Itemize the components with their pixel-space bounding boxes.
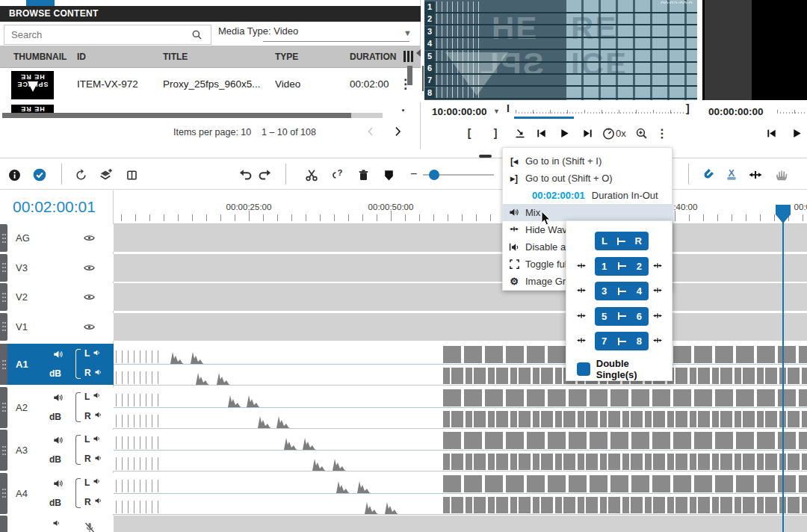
slider-knob[interactable] bbox=[429, 170, 439, 180]
divider-handle[interactable] bbox=[479, 155, 492, 158]
prev-frame-button[interactable] bbox=[762, 124, 780, 142]
channel-l-speaker[interactable]: L bbox=[84, 348, 102, 359]
mute-speaker-icon[interactable] bbox=[52, 393, 64, 403]
playhead-line[interactable] bbox=[782, 211, 784, 532]
layers-plus-button[interactable] bbox=[96, 165, 115, 185]
media-type-value[interactable]: Video bbox=[273, 25, 298, 37]
double-singles-option[interactable]: Double Single(s) bbox=[577, 358, 672, 380]
mix-pair-button[interactable]: 78 bbox=[595, 332, 649, 350]
track-drag-handle[interactable] bbox=[0, 313, 7, 341]
info-button[interactable] bbox=[4, 165, 24, 185]
column-header[interactable]: TYPE bbox=[275, 52, 298, 62]
mix-pair-button[interactable]: LR bbox=[595, 232, 649, 250]
zoom-in-button[interactable] bbox=[632, 124, 650, 142]
db-button[interactable]: dB bbox=[49, 368, 61, 379]
collapse-panel-icon[interactable] bbox=[416, 49, 421, 57]
search-input[interactable] bbox=[4, 29, 191, 40]
channel-l-speaker[interactable]: L bbox=[84, 434, 102, 445]
panel-tab[interactable] bbox=[26, 0, 55, 6]
waveform-icon[interactable] bbox=[575, 312, 587, 321]
splitter-handle[interactable] bbox=[422, 66, 424, 91]
mark-in-button[interactable]: [ bbox=[460, 124, 478, 142]
track-header-ag[interactable]: AG bbox=[0, 224, 114, 252]
prev-frame-button[interactable] bbox=[532, 124, 550, 142]
trash-button[interactable] bbox=[353, 165, 373, 185]
track-header-a3[interactable]: A3dBLR bbox=[0, 430, 114, 471]
menu-item-go-to-out-shift-o[interactable]: ▸]Go to out (Shift + O) bbox=[503, 170, 673, 187]
menu-item-go-to-in-shift-i[interactable]: [◂Go to in (Shift + I) bbox=[503, 152, 673, 170]
audio-strip-a1-l[interactable] bbox=[114, 344, 807, 365]
mute-speaker-icon[interactable] bbox=[52, 479, 64, 489]
db-button[interactable]: dB bbox=[49, 454, 61, 465]
audio-strip-a4-l[interactable] bbox=[114, 473, 807, 494]
audio-strip-a2-r[interactable] bbox=[114, 408, 807, 429]
audio-strip-a3-r[interactable] bbox=[114, 451, 807, 471]
player-more-button[interactable]: ⋮ bbox=[653, 124, 671, 142]
column-settings-icon[interactable] bbox=[404, 51, 413, 62]
play-button[interactable] bbox=[555, 124, 573, 142]
player-timecode[interactable]: 00:00:00:00 bbox=[708, 106, 764, 117]
horizontal-scrollbar[interactable] bbox=[2, 113, 383, 118]
visibility-eye-icon[interactable] bbox=[82, 291, 96, 303]
track-drag-handle[interactable] bbox=[0, 473, 7, 514]
waveform-icon[interactable] bbox=[575, 262, 587, 271]
items-per-page-value[interactable]: 10 bbox=[241, 127, 251, 137]
visibility-eye-icon[interactable] bbox=[82, 262, 96, 273]
mute-speaker-icon[interactable] bbox=[52, 520, 61, 528]
scissors-button[interactable] bbox=[302, 165, 321, 185]
search-box[interactable] bbox=[4, 25, 211, 45]
waveform-icon[interactable] bbox=[652, 287, 664, 296]
track-header-a1[interactable]: A1dBLR bbox=[0, 344, 114, 385]
menu-item-mix[interactable]: Mix bbox=[503, 204, 673, 221]
next-frame-button[interactable] bbox=[578, 124, 596, 142]
mic-off-icon[interactable] bbox=[84, 522, 96, 532]
track-header-v2[interactable]: V2 bbox=[0, 283, 114, 311]
video-track-lane[interactable] bbox=[114, 313, 807, 341]
unlink-button[interactable]: ? bbox=[327, 165, 347, 185]
audio-strip-a2-l[interactable] bbox=[114, 387, 807, 408]
vo-track-lane[interactable] bbox=[114, 516, 807, 532]
video-track-lane[interactable] bbox=[114, 224, 807, 252]
menu-item-duration-in-out[interactable]: 00:02:00:01Duration In-Out bbox=[503, 187, 673, 204]
track-header-v3[interactable]: V3 bbox=[0, 254, 114, 282]
checkbox[interactable] bbox=[577, 362, 590, 376]
send-to-timeline-button[interactable] bbox=[511, 124, 529, 142]
track-header-v1[interactable]: V1 bbox=[0, 313, 114, 341]
marker-button[interactable] bbox=[379, 165, 398, 185]
video-preview-empty[interactable] bbox=[702, 0, 807, 100]
db-button[interactable]: dB bbox=[49, 412, 61, 422]
speed-gauge-icon[interactable] bbox=[599, 124, 617, 142]
waveform-icon[interactable] bbox=[652, 262, 664, 271]
column-header[interactable]: ID bbox=[77, 52, 86, 62]
trim-button[interactable] bbox=[746, 165, 765, 185]
track-drag-handle[interactable] bbox=[0, 344, 7, 385]
visibility-eye-icon[interactable] bbox=[82, 321, 96, 332]
audio-strip-a1-r[interactable] bbox=[114, 365, 807, 386]
audio-strip-a4-r[interactable] bbox=[114, 494, 807, 515]
video-preview[interactable]: HE RE SPL ICE 00:02:00:0 12345678 bbox=[424, 0, 697, 100]
channel-l-speaker[interactable]: L bbox=[84, 392, 102, 402]
column-header[interactable]: THUMBNAIL bbox=[13, 52, 67, 62]
track-drag-handle[interactable] bbox=[0, 283, 7, 311]
mix-pair-button[interactable]: 34 bbox=[595, 282, 649, 300]
channel-l-speaker[interactable]: L bbox=[84, 477, 102, 488]
timeline-ruler[interactable]: 00:00:25:0000:00:50:0000:01:15:0000:01:4… bbox=[114, 191, 807, 224]
video-track-lane[interactable] bbox=[114, 254, 807, 282]
timecode-chevron-icon[interactable]: ▼ bbox=[493, 108, 500, 115]
waveform-icon[interactable] bbox=[652, 312, 664, 321]
column-header[interactable]: TITLE bbox=[163, 52, 188, 62]
waveform-icon[interactable] bbox=[575, 337, 587, 346]
column-header[interactable]: DURATION bbox=[350, 52, 396, 62]
next-page-button[interactable] bbox=[392, 126, 404, 137]
redo-button[interactable] bbox=[255, 165, 274, 185]
track-header-a2[interactable]: A2dBLR bbox=[0, 387, 114, 428]
table-row-partial[interactable]: HE RE bbox=[0, 103, 421, 113]
row-thumbnail[interactable]: HE RE SPL ICE bbox=[11, 71, 54, 99]
track-header-a4[interactable]: A4dBLR bbox=[0, 473, 114, 514]
channel-r-speaker[interactable]: R bbox=[84, 454, 103, 464]
track-drag-handle[interactable] bbox=[0, 430, 7, 471]
timeline-zoom-slider[interactable] bbox=[423, 174, 494, 176]
play-button[interactable] bbox=[788, 124, 806, 142]
track-drag-handle[interactable] bbox=[0, 254, 7, 282]
mix-pair-button[interactable]: 12 bbox=[595, 257, 649, 276]
